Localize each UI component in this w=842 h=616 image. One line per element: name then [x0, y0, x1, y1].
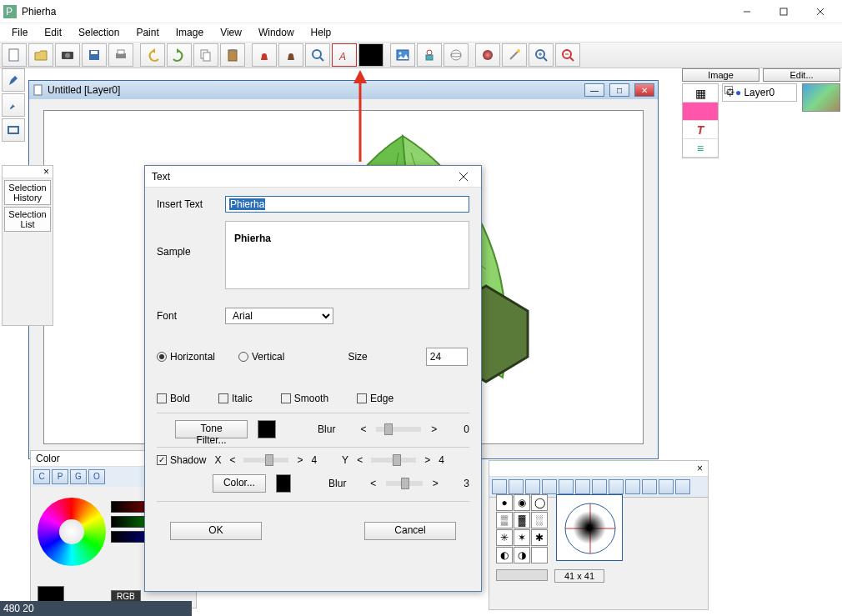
- color-tab-p[interactable]: P: [52, 469, 68, 484]
- brush-tab-9[interactable]: [625, 479, 640, 494]
- shadow-color-button[interactable]: Color...: [213, 474, 266, 493]
- brush-preset[interactable]: ▒: [496, 512, 513, 528]
- doc-close-icon[interactable]: ✕: [634, 83, 654, 97]
- menu-selection[interactable]: Selection: [70, 25, 128, 40]
- camera-icon[interactable]: [55, 43, 80, 67]
- ball-icon[interactable]: [475, 43, 500, 67]
- brush-tab-6[interactable]: [575, 479, 590, 494]
- new-icon[interactable]: [2, 43, 27, 67]
- insert-text-input[interactable]: Phierha: [225, 196, 469, 213]
- y-inc-icon[interactable]: >: [424, 454, 430, 466]
- brush-tab-5[interactable]: [559, 479, 574, 494]
- brush-tab-3[interactable]: [525, 479, 540, 494]
- image-tab[interactable]: Image: [682, 68, 759, 82]
- zoom-icon[interactable]: [305, 43, 330, 67]
- color-swatch-icon[interactable]: [358, 43, 383, 67]
- color-tab-g[interactable]: G: [70, 469, 87, 484]
- brush-preset[interactable]: ◐: [496, 547, 513, 563]
- y-dec-icon[interactable]: <: [357, 454, 363, 466]
- doc-maximize-icon[interactable]: □: [609, 83, 629, 97]
- brush-preset[interactable]: ✱: [531, 529, 548, 546]
- brush-tab-1[interactable]: [492, 479, 507, 494]
- shadow-checkbox[interactable]: ✓Shadow: [157, 454, 206, 466]
- brush-preset[interactable]: ◑: [514, 547, 530, 563]
- close-button[interactable]: [802, 0, 839, 23]
- doc-minimize-icon[interactable]: —: [584, 83, 604, 97]
- shadow-x-slider[interactable]: [243, 458, 288, 463]
- layer-color-icon[interactable]: [683, 103, 718, 121]
- tone-color-swatch[interactable]: [258, 420, 276, 438]
- blur2-inc-icon[interactable]: >: [433, 478, 439, 489]
- layer-thumbnail[interactable]: [802, 83, 840, 112]
- wand-icon[interactable]: [502, 43, 527, 67]
- brush-preset[interactable]: ✳: [496, 529, 513, 546]
- shadow-y-slider[interactable]: [371, 458, 416, 463]
- bold-checkbox[interactable]: Bold: [157, 393, 190, 404]
- save-icon[interactable]: [82, 43, 107, 67]
- brush-preset[interactable]: ✶: [514, 529, 530, 546]
- maximize-button[interactable]: [765, 0, 802, 23]
- color-tab-o[interactable]: O: [88, 469, 105, 484]
- edit-tab[interactable]: Edit...: [763, 68, 840, 82]
- brush-size-slider[interactable]: [496, 569, 548, 581]
- smooth-checkbox[interactable]: Smooth: [281, 393, 328, 404]
- brush-preset[interactable]: ▓: [514, 512, 530, 528]
- layer-list[interactable]: ⯐ ● Layer0: [722, 83, 797, 102]
- italic-checkbox[interactable]: Italic: [218, 393, 253, 404]
- robot-icon[interactable]: [417, 43, 442, 67]
- shadow-color-swatch[interactable]: [276, 474, 291, 493]
- print-icon[interactable]: [108, 43, 133, 67]
- brush-panel-close-icon[interactable]: ×: [697, 463, 703, 474]
- minimize-button[interactable]: [729, 0, 765, 23]
- paste-icon[interactable]: [220, 43, 245, 67]
- brush-preset[interactable]: ●: [496, 494, 513, 511]
- brush-tab-2[interactable]: [509, 479, 524, 494]
- blur-inc-icon[interactable]: >: [431, 423, 437, 435]
- tone-filter-button[interactable]: Tone Filter...: [175, 420, 248, 438]
- selection-list-button[interactable]: Selection List: [4, 207, 51, 232]
- brush-tab-12[interactable]: [675, 479, 690, 494]
- menu-view[interactable]: View: [212, 25, 250, 40]
- layer-text-icon[interactable]: T: [683, 121, 718, 139]
- color-tab-c[interactable]: C: [33, 469, 50, 484]
- sphere-icon[interactable]: [444, 43, 469, 67]
- stamp1-icon[interactable]: [252, 43, 277, 67]
- layer-align-icon[interactable]: ≡: [683, 139, 718, 158]
- brush-preset[interactable]: ◉: [514, 494, 530, 511]
- shadow-blur-slider[interactable]: [386, 481, 423, 486]
- brush-tab-4[interactable]: [542, 479, 557, 494]
- picture-icon[interactable]: [390, 43, 415, 67]
- text-tool-icon[interactable]: A: [332, 43, 357, 67]
- document-titlebar[interactable]: Untitled [Layer0] — □ ✕: [29, 81, 658, 99]
- size-input[interactable]: [426, 348, 468, 366]
- hue-wheel[interactable]: [38, 498, 106, 566]
- font-select[interactable]: Arial: [225, 308, 333, 324]
- brush-tool-icon[interactable]: [2, 93, 25, 117]
- copy-icon[interactable]: [193, 43, 218, 67]
- open-icon[interactable]: [28, 43, 53, 67]
- stamp2-icon[interactable]: [278, 43, 303, 67]
- ok-button[interactable]: OK: [170, 522, 262, 540]
- brush-tab-7[interactable]: [592, 479, 607, 494]
- menu-window[interactable]: Window: [250, 25, 303, 40]
- dialog-close-icon[interactable]: [453, 168, 474, 186]
- menu-image[interactable]: Image: [168, 25, 212, 40]
- undo-icon[interactable]: [140, 43, 165, 67]
- redo-icon[interactable]: [167, 43, 192, 67]
- brush-preset[interactable]: [531, 547, 548, 563]
- blur-slider[interactable]: [376, 427, 421, 432]
- menu-file[interactable]: File: [3, 25, 36, 40]
- x-inc-icon[interactable]: >: [297, 454, 303, 466]
- x-dec-icon[interactable]: <: [229, 454, 235, 466]
- cancel-button[interactable]: Cancel: [364, 522, 456, 540]
- zoomin-icon[interactable]: [529, 43, 554, 67]
- edge-checkbox[interactable]: Edge: [357, 393, 393, 404]
- brush-tab-8[interactable]: [609, 479, 624, 494]
- vertical-radio[interactable]: Vertical: [238, 351, 284, 363]
- brush-preset[interactable]: ◯: [531, 494, 548, 511]
- rect-tool-icon[interactable]: [2, 118, 25, 142]
- menu-paint[interactable]: Paint: [128, 25, 167, 40]
- brush-tab-11[interactable]: [659, 479, 674, 494]
- menu-edit[interactable]: Edit: [36, 25, 70, 40]
- brush-preset[interactable]: ░: [531, 512, 548, 528]
